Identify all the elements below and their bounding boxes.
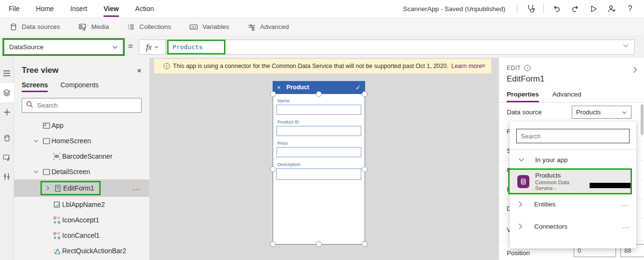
panel-scrollbar[interactable] (641, 104, 644, 135)
tab-properties[interactable]: Properties (507, 91, 539, 102)
more-ellipsis[interactable]: ... (622, 223, 630, 230)
formula-value[interactable]: Products (169, 41, 224, 53)
cancel-icon[interactable]: × (277, 84, 281, 91)
help-circle-icon[interactable]: ? (524, 65, 531, 71)
group-in-your-app[interactable]: In your app (510, 150, 636, 170)
screen-icon (41, 169, 52, 175)
tree-search-input[interactable] (37, 102, 137, 109)
option-subtitle: Common Data Service - (535, 179, 588, 191)
svg-text:?: ? (526, 66, 529, 70)
resize-handle-mid-right[interactable] (362, 166, 368, 172)
tree-item-rectquickactionbar2[interactable]: RectQuickActionBar2 (14, 243, 149, 259)
banner-close-icon[interactable]: × (482, 62, 486, 69)
ribbon-advanced[interactable]: Advanced (248, 23, 289, 31)
form-field-name: Name (276, 98, 361, 115)
tree-item-editform1[interactable]: EditForm1 ... (14, 179, 149, 197)
chevron-right-icon[interactable] (43, 186, 53, 191)
tree-item-label: DetailScreen (52, 168, 90, 176)
tab-screens[interactable]: Screens (22, 81, 48, 92)
tree-search-box[interactable] (22, 98, 142, 113)
flyout-search-input[interactable] (517, 133, 629, 140)
menu-action[interactable]: Action (135, 1, 154, 17)
menu-file[interactable]: File (9, 1, 20, 17)
menu-items: File Home Insert View Action (0, 1, 154, 17)
chevron-right-icon (518, 223, 523, 230)
resize-handle-top-right[interactable] (362, 91, 368, 97)
tree-item-iconaccept1[interactable]: IconAccept1 (14, 212, 149, 228)
data-source-dropdown[interactable]: Products (572, 106, 631, 119)
chevron-down-icon[interactable] (31, 170, 41, 174)
app-icon (41, 123, 52, 129)
app-checker-icon[interactable] (521, 1, 539, 16)
tree-view-rail-icon[interactable] (0, 83, 14, 102)
form-field-product-id: Product ID (276, 119, 361, 136)
media-rail-icon[interactable] (0, 148, 14, 167)
item-more-ellipsis[interactable]: ... (133, 185, 141, 192)
menu-home[interactable]: Home (36, 1, 54, 17)
formula-expand-chevron-icon[interactable] (623, 44, 629, 48)
menu-view[interactable]: View (104, 1, 119, 17)
tree-item-lblappname2[interactable]: LblAppName2 (14, 197, 149, 212)
collapse-panel-chevron-icon[interactable] (633, 67, 637, 75)
ribbon-variables[interactable]: (x) Variables (189, 23, 229, 31)
divider (543, 4, 544, 14)
selected-control-name: EditForm1 (499, 71, 644, 84)
tree-item-label: HomeScreen (52, 137, 91, 145)
edit-label: EDIT (507, 65, 521, 71)
insert-plus-icon[interactable] (0, 102, 14, 122)
tree-item-label: IconCancel1 (62, 232, 100, 239)
learn-more-link[interactable]: Learn more (451, 63, 482, 69)
datasource-option-products[interactable]: Products Common Data Service - (510, 170, 631, 193)
resize-handle-top-left[interactable] (270, 91, 276, 97)
ribbon-item-label: Collections (139, 23, 171, 30)
resize-handle-bottom-mid[interactable] (316, 241, 322, 247)
resize-handle-bottom-left[interactable] (270, 241, 276, 247)
property-selector-dropdown[interactable]: DataSource (4, 40, 123, 55)
chevron-down-icon (518, 158, 525, 162)
ribbon-collections[interactable]: Collections (127, 23, 171, 31)
formula-input[interactable]: Products (166, 40, 635, 55)
redo-icon[interactable] (566, 1, 584, 16)
resize-handle-mid-left[interactable] (270, 166, 276, 172)
tree-item-homescreen[interactable]: HomeScreen (14, 133, 149, 149)
tab-components[interactable]: Components (60, 81, 98, 92)
tree-item-label: App (52, 122, 64, 129)
preview-play-icon[interactable] (584, 1, 603, 16)
advanced-tools-rail-icon[interactable] (0, 167, 14, 186)
edit-form[interactable]: Name Product ID Price Description (273, 94, 365, 180)
field-input[interactable] (276, 168, 361, 180)
share-add-user-icon[interactable] (603, 1, 621, 16)
help-icon[interactable]: ? (621, 1, 639, 16)
data-rail-icon[interactable] (0, 128, 14, 148)
resize-handle-top-mid[interactable] (316, 91, 322, 97)
group-label: Connectors (534, 223, 567, 230)
redaction-bar (590, 183, 631, 188)
field-input[interactable] (276, 147, 361, 157)
menu-insert[interactable]: Insert (70, 1, 87, 17)
tree-item-iconcancel1[interactable]: IconCancel1 (14, 228, 149, 243)
chevron-down-icon[interactable] (31, 139, 41, 143)
tab-advanced[interactable]: Advanced (552, 91, 581, 102)
left-rail (0, 58, 14, 260)
flyout-search-box[interactable] (516, 129, 630, 143)
more-ellipsis[interactable]: ... (622, 201, 630, 207)
variables-icon: (x) (189, 23, 198, 31)
resize-handle-bottom-right[interactable] (362, 241, 368, 247)
tree-item-detailscreen[interactable]: DetailScreen (14, 164, 149, 179)
tree-close-icon[interactable]: × (137, 67, 142, 75)
ribbon-data-sources[interactable]: Data sources (10, 23, 60, 31)
undo-icon[interactable] (548, 1, 566, 16)
accept-check-icon[interactable]: ✓ (355, 84, 361, 91)
divider (517, 4, 517, 14)
field-input[interactable] (276, 126, 361, 136)
label-icon (52, 201, 62, 208)
group-connectors[interactable]: Connectors ... (510, 215, 636, 237)
hamburger-menu-icon[interactable] (0, 64, 14, 83)
group-entities[interactable]: Entities ... (510, 193, 636, 215)
tree-item-barcodescanner[interactable]: BarcodeScanner (14, 149, 149, 164)
ribbon-media[interactable]: Media (79, 23, 109, 31)
field-input[interactable] (276, 105, 361, 115)
fx-dropdown[interactable]: fx (139, 40, 166, 55)
phone-screen-preview[interactable]: × Product ✓ Name Product ID Price (273, 81, 365, 245)
tree-item-app[interactable]: App (14, 118, 149, 133)
